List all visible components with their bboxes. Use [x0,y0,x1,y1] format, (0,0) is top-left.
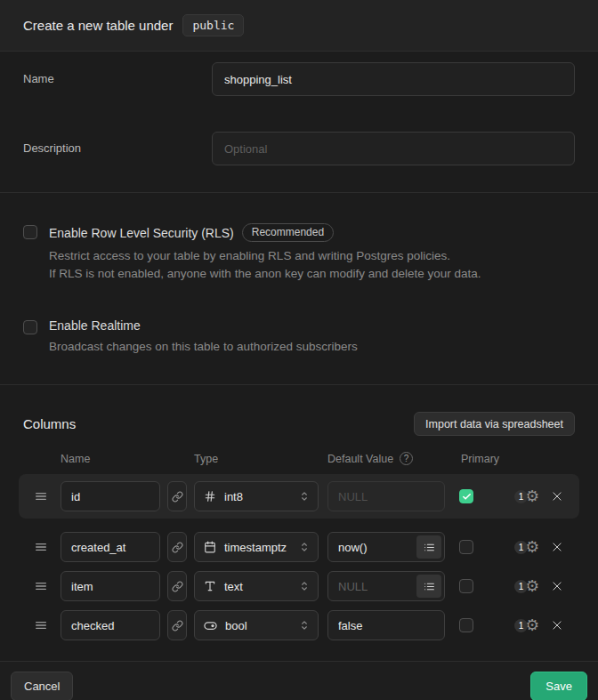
default-value-input[interactable] [327,610,445,640]
table-name-input[interactable] [212,62,575,96]
text-icon [204,580,216,592]
settings-count-badge: 1 [514,490,528,503]
table-row: int8 1 ⚙ [19,474,579,519]
link-icon [172,620,183,632]
column-name-input[interactable] [61,610,160,640]
table-options-section: Enable Row Level Security (RLS) Recommen… [0,193,598,385]
close-icon [551,580,563,592]
column-rows: int8 1 ⚙ timestamptz [19,474,579,641]
dialog-header: Create a new table under public [0,0,598,52]
settings-count-badge: 1 [514,580,528,593]
remove-column-button[interactable] [549,578,565,594]
column-type-select[interactable]: bool [194,610,319,640]
chevron-updown-icon [298,580,311,592]
link-icon [172,542,183,553]
chevron-updown-icon [298,490,311,503]
column-name-input[interactable] [61,571,160,601]
column-headers: Name Type Default Value ? Primary [23,452,575,465]
description-label: Description [23,132,212,155]
close-icon [551,541,563,553]
dialog-title: Create a new table under [23,18,173,33]
column-name-input[interactable] [61,532,160,562]
realtime-label: Enable Realtime [49,318,141,333]
calendar-icon [204,541,216,553]
primary-checkbox[interactable] [459,618,473,632]
cancel-button[interactable]: Cancel [11,672,73,700]
column-settings-button[interactable]: 1 ⚙ [514,488,539,504]
foreign-key-button[interactable] [167,571,187,601]
table-description-input[interactable] [212,132,575,165]
remove-column-button[interactable] [549,488,565,504]
table-details-section: Name Description [0,52,598,193]
rls-label: Enable Row Level Security (RLS) [49,226,234,240]
foreign-key-button[interactable] [167,532,187,562]
rls-option: Enable Row Level Security (RLS) Recommen… [23,223,575,283]
column-type-select[interactable]: int8 [194,481,319,511]
column-type-label: int8 [224,490,298,503]
create-table-dialog: Create a new table under public Name Des… [0,0,598,700]
header-primary: Primary [461,452,594,465]
link-icon [172,491,183,503]
column-type-label: text [224,580,298,593]
toggle-icon [204,619,217,632]
header-name: Name [61,452,194,465]
primary-checkbox[interactable] [459,489,473,503]
header-type: Type [194,452,327,465]
column-settings-button[interactable]: 1 ⚙ [514,617,539,633]
save-button[interactable]: Save [530,672,587,700]
settings-count-badge: 1 [514,541,528,554]
column-type-label: timestamptz [224,541,298,554]
drag-handle-icon[interactable] [34,618,48,632]
drag-handle-icon[interactable] [34,489,48,503]
recommended-badge: Recommended [242,223,334,242]
rls-checkbox[interactable] [23,225,37,239]
header-default-value: Default Value ? [327,452,461,465]
list-icon [424,542,435,553]
column-settings-button[interactable]: 1 ⚙ [514,578,539,594]
realtime-option: Enable Realtime Broadcast changes on thi… [23,318,575,356]
settings-count-badge: 1 [514,619,528,632]
chevron-updown-icon [298,619,311,632]
remove-column-button[interactable] [549,539,565,555]
column-settings-button[interactable]: 1 ⚙ [514,539,539,555]
close-icon [551,490,563,503]
primary-checkbox[interactable] [459,579,473,593]
remove-column-button[interactable] [549,617,565,633]
suggestions-button[interactable] [416,575,441,598]
table-row: bool 1 ⚙ [19,609,579,641]
foreign-key-button[interactable] [167,481,187,511]
dialog-footer: Cancel Save [0,661,598,700]
realtime-description: Broadcast changes on this table to autho… [49,338,358,356]
primary-checkbox[interactable] [459,540,473,554]
suggestions-button[interactable] [416,535,441,559]
link-icon [172,581,183,592]
drag-handle-icon[interactable] [34,540,48,554]
help-icon[interactable]: ? [400,452,413,465]
close-icon [551,619,563,632]
rls-description: Restrict access to your table by enablin… [49,247,481,283]
hash-icon [204,490,216,503]
chevron-updown-icon [298,541,311,553]
schema-badge: public [182,14,244,36]
foreign-key-button[interactable] [167,610,187,640]
default-value-input[interactable] [327,481,445,511]
columns-section: Columns Import data via spreadsheet Name… [0,385,598,661]
column-type-select[interactable]: text [194,571,319,601]
import-spreadsheet-button[interactable]: Import data via spreadsheet [414,412,575,436]
column-type-label: bool [225,619,298,632]
check-icon [462,492,472,502]
name-label: Name [23,62,212,85]
drag-handle-icon[interactable] [34,579,48,593]
column-type-select[interactable]: timestamptz [194,532,319,562]
description-row: Description [23,132,575,165]
name-row: Name [23,62,575,96]
table-row: text 1 ⚙ [19,570,579,602]
list-icon [424,581,435,592]
column-name-input[interactable] [61,481,160,511]
realtime-checkbox[interactable] [23,320,37,334]
table-row: timestamptz 1 ⚙ [19,531,579,563]
columns-title: Columns [23,416,76,431]
